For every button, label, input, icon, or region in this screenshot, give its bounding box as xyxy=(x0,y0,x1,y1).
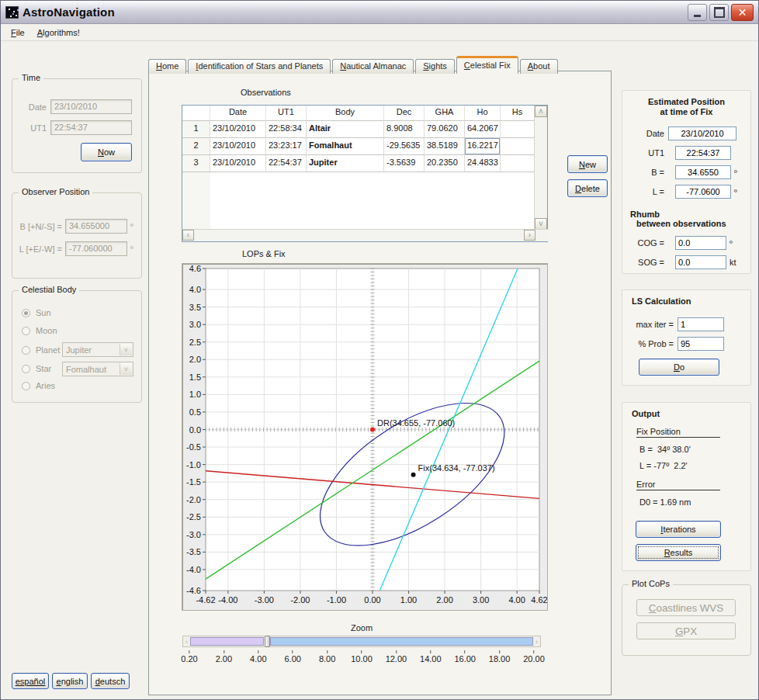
column-header: UT1 xyxy=(266,106,307,121)
observations-horizontal-scrollbar[interactable]: ‹ › xyxy=(182,229,549,241)
table-cell[interactable]: 23/10/2010 xyxy=(210,121,266,138)
now-button[interactable]: Now xyxy=(81,143,132,161)
scroll-down-icon[interactable]: ˅ xyxy=(535,218,547,230)
tab-sights[interactable]: Sights xyxy=(415,59,455,74)
scroll-left-icon[interactable]: ‹ xyxy=(182,230,194,241)
language-deutsch-button[interactable]: deutsch xyxy=(91,673,130,689)
observations-header-row: DateUT1BodyDecGHAHoHs xyxy=(182,106,535,121)
table-cell[interactable]: Fomalhaut xyxy=(307,138,384,155)
est-ut1-field[interactable]: 22:54:37 xyxy=(675,146,731,160)
table-cell[interactable]: 20.2350 xyxy=(425,155,465,172)
menu-algorithms[interactable]: Algorithms! xyxy=(32,26,85,39)
table-cell[interactable]: 79.0620 xyxy=(425,121,465,138)
scroll-up-icon[interactable]: ˄ xyxy=(535,106,547,117)
x-tick-label: 0.00 xyxy=(364,595,380,605)
time-group-title: Time xyxy=(19,73,43,82)
observations-table: DateUT1BodyDecGHAHoHs123/10/201022:58:34… xyxy=(182,105,548,242)
star-select-value: Fomalhaut xyxy=(66,365,106,374)
x-tick-label: -4.62 xyxy=(196,595,215,605)
slider-left-arrow-icon[interactable]: ‹ xyxy=(183,636,190,646)
table-cell[interactable]: 38.5189 xyxy=(425,138,465,155)
menu-file[interactable]: File xyxy=(5,26,30,39)
table-cell[interactable]: 22:54:37 xyxy=(266,155,307,172)
table-cell[interactable]: 2 xyxy=(182,138,210,155)
table-cell[interactable]: 16.2217 xyxy=(465,138,501,155)
tab-identification-of-stars-and-planets[interactable]: Identification of Stars and Planets xyxy=(188,59,331,74)
tab-about[interactable]: About xyxy=(520,59,558,74)
table-cell[interactable]: Altair xyxy=(307,121,384,138)
table-cell[interactable]: 24.4833 xyxy=(465,155,501,172)
table-cell[interactable]: 23/10/2010 xyxy=(210,138,266,155)
y-tick-label: 0.0 xyxy=(189,425,201,435)
zoom-slider-thumb[interactable] xyxy=(265,636,270,647)
observer-position-title: Observer Position xyxy=(19,187,92,196)
title-bar[interactable]: AstroNavigation ✕ xyxy=(1,1,758,24)
tab-celestial-fix[interactable]: Celestial Fix xyxy=(456,56,518,74)
radio-sun[interactable]: Sun xyxy=(22,308,51,317)
iterations-button[interactable]: Iterations xyxy=(636,521,721,538)
radio-star[interactable]: Star xyxy=(22,364,51,373)
radio-aries-icon xyxy=(22,382,30,390)
maxiter-field[interactable]: 1 xyxy=(678,317,724,331)
est-b-field[interactable]: 34.6550 xyxy=(675,165,731,179)
planet-select[interactable]: Jupiter ˅ xyxy=(62,342,133,357)
date-label: Date xyxy=(12,102,47,112)
language-espanol-button[interactable]: español xyxy=(12,673,49,689)
close-button[interactable]: ✕ xyxy=(731,4,754,21)
est-l-field[interactable]: -77.0600 xyxy=(675,185,731,199)
table-cell[interactable]: 23:23:17 xyxy=(266,138,307,155)
zoom-tick-label: 8.00 xyxy=(319,650,335,664)
scroll-right-icon[interactable]: › xyxy=(524,230,535,241)
slider-right-arrow-icon[interactable]: › xyxy=(533,636,540,646)
sog-field[interactable]: 0.0 xyxy=(675,255,726,269)
l-degree-unit: º xyxy=(130,244,133,253)
table-cell[interactable] xyxy=(501,138,535,155)
delete-button[interactable]: Delete xyxy=(567,179,608,197)
table-cell[interactable]: -3.5639 xyxy=(384,155,425,172)
observations-grid[interactable]: DateUT1BodyDecGHAHoHs123/10/201022:58:34… xyxy=(182,106,535,229)
radio-planet[interactable]: Planet xyxy=(22,345,60,355)
celestial-body-title: Celestial Body xyxy=(19,285,79,294)
est-l-label: L = xyxy=(629,187,664,196)
table-cell[interactable]: 64.2067 xyxy=(465,121,501,138)
est-date-label: Date xyxy=(629,129,664,138)
maximize-button[interactable] xyxy=(709,4,729,21)
planet-select-chevron-down-icon[interactable]: ˅ xyxy=(120,344,132,355)
rhumb-title-line2: between observations xyxy=(636,219,750,228)
gpx-button[interactable]: GPX xyxy=(636,622,736,639)
table-cell[interactable]: 23/10/2010 xyxy=(210,155,266,172)
new-button[interactable]: New xyxy=(567,155,608,173)
star-select-chevron-down-icon[interactable]: ˅ xyxy=(120,363,132,375)
table-cell[interactable]: 3 xyxy=(182,155,210,172)
language-english-button[interactable]: english xyxy=(52,673,88,689)
prob-label: % Prob = xyxy=(629,339,674,348)
table-cell[interactable] xyxy=(501,155,535,172)
radio-moon-label: Moon xyxy=(36,326,57,335)
table-cell[interactable]: 1 xyxy=(182,121,210,138)
prob-field[interactable]: 95 xyxy=(678,337,724,351)
zoom-slider[interactable]: ‹ › xyxy=(182,636,541,647)
estimated-position-panel: Estimated Position at time of Fix Date 2… xyxy=(622,90,751,274)
star-select[interactable]: Fomalhaut ˅ xyxy=(62,362,133,376)
cog-field[interactable]: 0.0 xyxy=(675,236,726,250)
tab-nautical-almanac[interactable]: Nautical Almanac xyxy=(332,59,414,74)
results-button[interactable]: Results xyxy=(636,544,721,561)
tab-strip: HomeIdentification of Stars and PlanetsN… xyxy=(148,56,558,74)
est-date-field[interactable]: 23/10/2010 xyxy=(668,126,736,140)
table-row: 123/10/201022:58:34Altair8.900879.062064… xyxy=(182,121,535,138)
radio-aries[interactable]: Aries xyxy=(22,381,55,390)
do-button[interactable]: Do xyxy=(639,359,719,376)
table-cell[interactable] xyxy=(501,121,535,138)
table-cell[interactable]: 8.9008 xyxy=(384,121,425,138)
zoom-slider-track[interactable] xyxy=(190,637,533,646)
coastlines-wvs-button[interactable]: Coastlines WVS xyxy=(636,599,736,616)
observations-vertical-scrollbar[interactable]: ˄ ˅ xyxy=(534,106,547,230)
radio-moon[interactable]: Moon xyxy=(22,326,57,335)
rhumb-title-line1: Rhumb xyxy=(630,210,750,219)
table-cell[interactable]: Jupiter xyxy=(307,155,384,172)
tab-home[interactable]: Home xyxy=(148,59,186,74)
minimize-button[interactable] xyxy=(688,4,707,21)
table-cell[interactable]: 22:58:34 xyxy=(266,121,307,138)
plot-cops-title: Plot CoPs xyxy=(629,579,673,588)
table-cell[interactable]: -29.5635 xyxy=(384,138,425,155)
